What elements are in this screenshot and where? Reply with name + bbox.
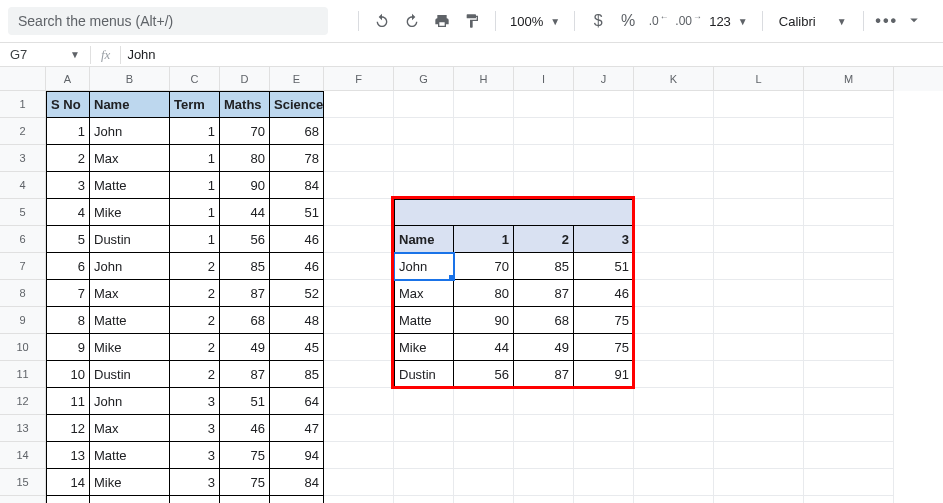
zoom-select[interactable]: 100%▼ [506, 14, 564, 29]
cell[interactable]: S No [46, 91, 90, 118]
cell[interactable]: 4 [46, 199, 90, 226]
row-header-6[interactable]: 6 [0, 226, 46, 253]
cell[interactable] [454, 442, 514, 469]
cell[interactable]: 11 [46, 388, 90, 415]
cell[interactable] [454, 496, 514, 503]
cell[interactable] [394, 415, 454, 442]
cell[interactable] [514, 145, 574, 172]
cell[interactable] [394, 118, 454, 145]
cell[interactable] [454, 118, 514, 145]
cell[interactable]: 51 [574, 253, 634, 280]
cell[interactable] [714, 226, 804, 253]
cell[interactable]: Dustin [90, 226, 170, 253]
cell[interactable] [804, 118, 894, 145]
decrease-decimal-button[interactable]: .0← [645, 8, 671, 34]
cell[interactable] [454, 388, 514, 415]
cell[interactable]: 13 [46, 442, 90, 469]
cell[interactable] [714, 118, 804, 145]
more-toolbar-button[interactable]: ••• [874, 8, 900, 34]
percent-button[interactable]: % [615, 8, 641, 34]
cell[interactable] [324, 199, 394, 226]
cell[interactable] [324, 91, 394, 118]
cell[interactable]: 52 [270, 280, 324, 307]
cell[interactable] [324, 226, 394, 253]
cell[interactable] [324, 145, 394, 172]
cell[interactable] [324, 334, 394, 361]
column-header-F[interactable]: F [324, 67, 394, 91]
collapse-toolbar-icon[interactable] [905, 11, 935, 32]
cell[interactable]: 51 [220, 388, 270, 415]
cell[interactable]: 3 [46, 172, 90, 199]
cell[interactable]: Max [90, 145, 170, 172]
cell[interactable] [454, 145, 514, 172]
cell[interactable]: 1 [170, 172, 220, 199]
cell[interactable]: 15 [46, 496, 90, 503]
column-header-K[interactable]: K [634, 67, 714, 91]
cell[interactable]: Name [90, 91, 170, 118]
row-header-12[interactable]: 12 [0, 388, 46, 415]
cell[interactable]: John [90, 253, 170, 280]
cell[interactable] [634, 361, 714, 388]
cell[interactable]: 94 [270, 442, 324, 469]
cell[interactable]: 2 [514, 226, 574, 253]
row-header-4[interactable]: 4 [0, 172, 46, 199]
cell[interactable] [324, 442, 394, 469]
row-header-1[interactable]: 1 [0, 91, 46, 118]
cell[interactable] [804, 91, 894, 118]
cell[interactable]: Term [170, 91, 220, 118]
cell[interactable] [634, 145, 714, 172]
cell[interactable] [574, 388, 634, 415]
cell[interactable] [804, 307, 894, 334]
row-header-10[interactable]: 10 [0, 334, 46, 361]
cell[interactable] [514, 172, 574, 199]
cell[interactable]: 3 [170, 496, 220, 503]
cell[interactable] [454, 199, 514, 226]
cell[interactable] [514, 415, 574, 442]
cell[interactable]: 75 [574, 334, 634, 361]
row-header-15[interactable]: 15 [0, 469, 46, 496]
name-box[interactable]: G7▼ [0, 47, 90, 62]
cell[interactable] [714, 415, 804, 442]
cell[interactable] [514, 442, 574, 469]
cell[interactable]: Mike [90, 334, 170, 361]
cell[interactable]: 87 [514, 361, 574, 388]
cell[interactable]: John [394, 253, 454, 280]
cell[interactable] [324, 280, 394, 307]
cell[interactable]: Dustin [90, 361, 170, 388]
cell[interactable] [574, 496, 634, 503]
cell[interactable] [574, 118, 634, 145]
cell[interactable] [324, 307, 394, 334]
cell[interactable]: Matte [90, 307, 170, 334]
column-header-B[interactable]: B [90, 67, 170, 91]
cell[interactable]: 1 [170, 199, 220, 226]
cell[interactable]: 2 [170, 253, 220, 280]
increase-decimal-button[interactable]: .00→ [675, 8, 701, 34]
cell[interactable] [634, 496, 714, 503]
cell[interactable] [514, 118, 574, 145]
cell[interactable]: Matte [90, 172, 170, 199]
cell[interactable]: 80 [454, 280, 514, 307]
number-format-select[interactable]: 123▼ [705, 14, 752, 29]
cell[interactable] [804, 496, 894, 503]
cell[interactable] [324, 253, 394, 280]
cell[interactable]: 56 [220, 226, 270, 253]
cell[interactable] [394, 469, 454, 496]
row-header-8[interactable]: 8 [0, 280, 46, 307]
cell[interactable]: 12 [46, 415, 90, 442]
currency-button[interactable]: $ [585, 8, 611, 34]
cell[interactable]: Max [90, 415, 170, 442]
cell[interactable]: 68 [270, 118, 324, 145]
cell[interactable] [714, 496, 804, 503]
paint-format-icon[interactable] [459, 8, 485, 34]
cell[interactable] [804, 469, 894, 496]
cell[interactable]: 84 [270, 172, 324, 199]
row-header-7[interactable]: 7 [0, 253, 46, 280]
cell[interactable]: 46 [574, 280, 634, 307]
cell[interactable]: 2 [170, 280, 220, 307]
column-header-M[interactable]: M [804, 67, 894, 91]
cell[interactable]: 49 [514, 334, 574, 361]
cell[interactable] [714, 307, 804, 334]
cell[interactable]: 47 [270, 415, 324, 442]
cell[interactable] [324, 388, 394, 415]
cell[interactable]: 87 [514, 280, 574, 307]
